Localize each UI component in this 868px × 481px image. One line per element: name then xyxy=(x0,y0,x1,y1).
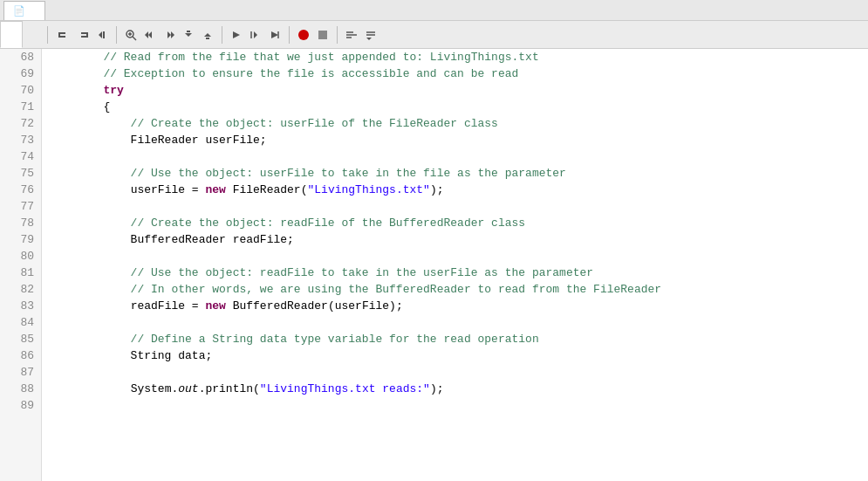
svg-marker-14 xyxy=(167,31,171,38)
toolbar-icon-pause[interactable] xyxy=(295,26,312,44)
line-number: 82 xyxy=(0,281,41,298)
editor-area: 6869707172737475767778798081828384858687… xyxy=(0,49,868,481)
line-number: 88 xyxy=(0,381,41,397)
toolbar-icon-step-back[interactable] xyxy=(141,26,159,44)
line-number: 85 xyxy=(0,331,41,347)
tab-source[interactable] xyxy=(0,21,23,48)
line-numbers: 6869707172737475767778798081828384858687… xyxy=(0,49,42,481)
line-number: 76 xyxy=(0,182,41,198)
toolbar-icon-step-over[interactable] xyxy=(161,26,178,44)
svg-marker-23 xyxy=(271,31,278,38)
code-line: String data; xyxy=(49,347,868,364)
file-icon: 📄 xyxy=(13,5,25,17)
svg-marker-21 xyxy=(254,31,257,38)
line-number: 79 xyxy=(0,231,41,248)
line-number: 70 xyxy=(0,82,41,99)
toolbar-separator-3 xyxy=(222,26,222,44)
svg-marker-20 xyxy=(233,31,240,38)
code-line xyxy=(49,148,868,165)
svg-marker-19 xyxy=(204,33,211,37)
code-line: // Use the object: readFile to take in t… xyxy=(49,265,868,281)
code-line: BufferedReader readFile; xyxy=(49,231,868,248)
code-line: // Define a String data type variable fo… xyxy=(49,331,868,347)
toolbar-separator-5 xyxy=(337,26,338,44)
line-number: 71 xyxy=(0,99,41,115)
toolbar-icons xyxy=(51,26,383,44)
toolbar-icon-run-to[interactable] xyxy=(228,26,245,44)
code-line: { xyxy=(49,99,868,115)
file-tab[interactable]: 📄 xyxy=(3,1,45,20)
code-line xyxy=(49,397,868,414)
svg-marker-16 xyxy=(185,33,192,37)
svg-rect-7 xyxy=(103,31,105,38)
svg-line-9 xyxy=(133,37,136,40)
code-line: // Read from the file that we just appen… xyxy=(49,49,868,65)
svg-rect-17 xyxy=(187,31,190,32)
code-line: FileReader userFile; xyxy=(49,132,868,148)
toolbar-separator-2 xyxy=(116,26,117,44)
code-line: readFile = new BufferedReader(userFile); xyxy=(49,298,868,314)
code-line: // Create the object: readFile of the Bu… xyxy=(49,215,868,231)
toolbar-row xyxy=(0,21,868,49)
svg-marker-13 xyxy=(145,31,148,38)
toolbar-icon-inspect[interactable] xyxy=(343,26,360,44)
line-number: 80 xyxy=(0,248,41,265)
toolbar-icon-step-in[interactable] xyxy=(180,26,197,44)
toolbar-separator-4 xyxy=(289,26,290,44)
svg-marker-12 xyxy=(148,31,152,38)
line-number: 86 xyxy=(0,347,41,364)
line-number: 72 xyxy=(0,115,41,132)
code-line: // Exception to ensure the file is acces… xyxy=(49,65,868,82)
toolbar-icon-stop[interactable] xyxy=(314,26,331,44)
line-number: 81 xyxy=(0,265,41,281)
code-line: try xyxy=(49,82,868,99)
code-line xyxy=(49,314,868,331)
svg-marker-6 xyxy=(99,31,102,38)
code-line: // Use the object: userFile to take in t… xyxy=(49,165,868,182)
code-line xyxy=(49,364,868,381)
code-line: // Create the object: userFile of the Fi… xyxy=(49,115,868,132)
title-bar: 📄 xyxy=(0,0,868,21)
svg-marker-30 xyxy=(366,38,372,40)
line-number: 68 xyxy=(0,49,41,65)
toolbar-icon-back[interactable] xyxy=(55,26,72,44)
toolbar-icon-breakpoint[interactable] xyxy=(247,26,264,44)
line-number: 78 xyxy=(0,215,41,231)
line-number: 77 xyxy=(0,198,41,215)
line-number: 89 xyxy=(0,397,41,414)
code-content[interactable]: // Read from the file that we just appen… xyxy=(42,49,868,481)
line-number: 75 xyxy=(0,165,41,182)
toolbar-icon-step-out[interactable] xyxy=(199,26,216,44)
toolbar-separator-1 xyxy=(47,26,48,44)
svg-rect-5 xyxy=(81,36,88,38)
toolbar-icon-prev[interactable] xyxy=(93,26,111,44)
line-number: 74 xyxy=(0,148,41,165)
line-number: 84 xyxy=(0,314,41,331)
code-line: // In other words, we are using the Buff… xyxy=(49,281,868,298)
svg-rect-18 xyxy=(206,38,209,39)
toolbar-icon-zoom-in[interactable] xyxy=(122,26,140,44)
toolbar-icon-forward[interactable] xyxy=(74,26,92,44)
code-line xyxy=(49,248,868,265)
svg-marker-15 xyxy=(171,31,174,38)
code-line: userFile = new FileReader("LivingThings.… xyxy=(49,182,868,198)
line-number: 87 xyxy=(0,364,41,381)
code-line xyxy=(49,198,868,215)
svg-rect-2 xyxy=(58,36,65,38)
code-line: System.out.println("LivingThings.txt rea… xyxy=(49,381,868,397)
line-number: 69 xyxy=(0,65,41,82)
line-number: 73 xyxy=(0,132,41,148)
tab-history[interactable] xyxy=(23,21,44,48)
line-number: 83 xyxy=(0,298,41,314)
toolbar-icon-watch[interactable] xyxy=(362,26,379,44)
toolbar-icon-breakpoints[interactable] xyxy=(266,26,284,44)
